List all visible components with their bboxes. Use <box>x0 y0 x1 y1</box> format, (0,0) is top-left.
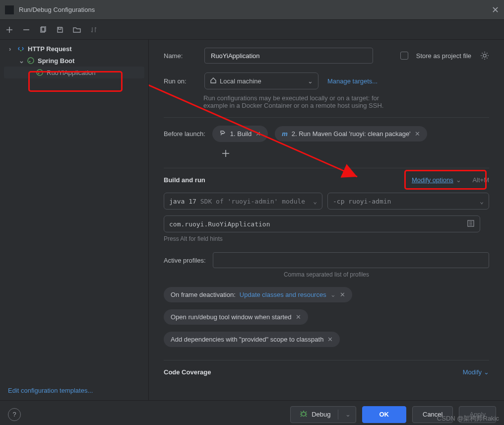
close-icon[interactable]: ✕ <box>492 4 499 15</box>
runon-desc1: Run configurations may be executed local… <box>203 94 489 102</box>
chevron-down-icon: ⌄ <box>19 57 24 65</box>
task-build-label: 1. Build <box>230 130 252 138</box>
profiles-hint: Comma separated list of profiles <box>164 271 489 278</box>
manage-targets-link[interactable]: Manage targets... <box>327 77 378 85</box>
sdk-dropdown[interactable]: java 17 SDK of 'ruoyi-admin' module ⌄ <box>164 193 322 210</box>
body: › HTTP Request ⌄ Spring Boot RuoYiApplic… <box>0 40 504 400</box>
runon-value: Local machine <box>220 77 261 85</box>
debug-label: Debug <box>312 411 330 418</box>
add-before-task[interactable] <box>221 149 232 160</box>
chevron-down-icon: ⌄ <box>456 176 461 184</box>
main-panel: Name: Store as project file Run on: Loca… <box>149 40 504 400</box>
profiles-field[interactable] <box>213 252 489 268</box>
before-launch-label: Before launch: <box>164 130 205 138</box>
apply-button[interactable]: Apply <box>459 406 496 423</box>
classpath-dropdown[interactable]: -cp ruoyi-admin ⌄ <box>327 193 489 210</box>
remove-opt-frame[interactable]: ✕ <box>340 291 345 298</box>
hammer-icon <box>219 130 226 138</box>
edit-templates-link[interactable]: Edit configuration templates... <box>8 387 93 394</box>
tree-label-http: HTTP Request <box>28 45 72 53</box>
opt-frame-deactivation[interactable]: On frame deactivation: Update classes an… <box>164 287 352 302</box>
expand-icon[interactable] <box>467 219 475 229</box>
profiles-row: Active profiles: <box>164 252 489 268</box>
store-label: Store as project file <box>416 52 471 60</box>
svg-point-10 <box>302 412 306 416</box>
name-label: Name: <box>164 52 199 60</box>
svg-point-6 <box>38 73 40 74</box>
name-input[interactable] <box>210 52 368 60</box>
chevron-right-icon: › <box>9 45 14 53</box>
before-launch-row: Before launch: 1. Build ✕ m 2. Run Maven… <box>164 126 489 142</box>
build-run-header-row: Build and run Modify options ⌄ Alt+M <box>164 176 489 184</box>
remove-icon[interactable] <box>22 25 31 34</box>
runon-dropdown[interactable]: Local machine ⌄ <box>204 72 318 89</box>
store-checkbox[interactable] <box>400 52 408 60</box>
chevron-down-icon: ⌄ <box>308 77 313 85</box>
tree-label-app: RuoYiApplication <box>47 69 96 76</box>
ok-button[interactable]: OK <box>362 406 407 423</box>
modify-shortcut: Alt+M <box>472 176 489 184</box>
sort-icon[interactable] <box>89 25 98 34</box>
opt-open-tool-window[interactable]: Open run/debug tool window when started … <box>164 309 308 325</box>
open-tool-label: Open run/debug tool window when started <box>171 313 292 321</box>
svg-point-2 <box>20 50 21 51</box>
before-task-build[interactable]: 1. Build ✕ <box>212 126 268 142</box>
main-class-field[interactable]: com.ruoyi.RuoYiApplication <box>164 215 480 232</box>
http-icon <box>17 45 25 53</box>
svg-point-8 <box>483 54 486 57</box>
opt-provided-scope[interactable]: Add dependencies with "provided" scope t… <box>164 332 340 347</box>
remove-opt-open-tool[interactable]: ✕ <box>296 313 301 321</box>
before-task-maven[interactable]: m 2. Run Maven Goal 'ruoyi: clean packag… <box>275 126 427 142</box>
home-icon <box>210 77 217 85</box>
sdk-suffix: SDK of 'ruoyi-admin' module <box>200 198 305 205</box>
main-class-value: com.ruoyi.RuoYiApplication <box>169 220 270 228</box>
modify-options-link[interactable]: Modify options <box>412 176 453 184</box>
options-list: On frame deactivation: Update classes an… <box>164 287 489 347</box>
folder-icon[interactable] <box>72 25 81 34</box>
gear-icon[interactable] <box>480 51 489 60</box>
provided-label: Add dependencies with "provided" scope t… <box>171 336 323 343</box>
dialog-title: Run/Debug Configurations <box>19 6 95 13</box>
copy-icon[interactable] <box>39 25 48 34</box>
tree-label-spring: Spring Boot <box>38 57 74 65</box>
classpath-value: -cp ruoyi-admin <box>333 198 391 205</box>
profiles-label: Active profiles: <box>164 257 206 264</box>
remove-task-maven[interactable]: ✕ <box>415 130 420 138</box>
frame-value[interactable]: Update classes and resources <box>240 291 326 298</box>
config-toolbar <box>0 20 504 40</box>
frame-label: On frame deactivation: <box>171 291 236 298</box>
field-hint: Press Alt for field hints <box>164 235 489 242</box>
profiles-input[interactable] <box>218 256 484 265</box>
tree-item-spring[interactable]: ⌄ Spring Boot <box>2 55 146 67</box>
spring-app-icon <box>36 69 44 76</box>
chevron-down-icon: ⌄ <box>480 198 484 205</box>
separator <box>164 117 489 118</box>
apply-label: Apply <box>469 411 486 418</box>
remove-opt-provided[interactable]: ✕ <box>327 336 333 343</box>
save-icon[interactable] <box>56 25 64 34</box>
chevron-down-icon: ⌄ <box>330 291 336 298</box>
name-field[interactable] <box>204 48 373 64</box>
spring-icon <box>27 57 35 65</box>
tree-item-app[interactable]: RuoYiApplication <box>4 67 144 78</box>
chevron-down-icon: ⌄ <box>484 368 489 376</box>
task-maven-label: 2. Run Maven Goal 'ruoyi: clean package' <box>292 130 411 138</box>
remove-task-build[interactable]: ✕ <box>255 130 261 138</box>
help-button[interactable]: ? <box>8 408 21 421</box>
svg-point-3 <box>28 58 34 64</box>
add-icon[interactable] <box>5 25 14 34</box>
debug-button[interactable]: Debug ⌄ <box>290 406 356 423</box>
chevron-down-icon[interactable]: ⌄ <box>345 411 351 418</box>
runon-label: Run on: <box>164 77 199 85</box>
separator2 <box>164 168 489 168</box>
runon-row: Run on: Local machine ⌄ Manage targets..… <box>164 72 489 89</box>
runon-desc: Run configurations may be executed local… <box>203 94 489 109</box>
footer: ? Debug ⌄ OK Cancel Apply <box>0 400 504 425</box>
coverage-modify-link[interactable]: Modify ⌄ <box>463 368 489 376</box>
cancel-button[interactable]: Cancel <box>412 406 453 423</box>
name-row: Name: Store as project file <box>164 48 489 64</box>
tree-item-http[interactable]: › HTTP Request <box>2 43 146 55</box>
cancel-label: Cancel <box>423 411 442 418</box>
ok-label: OK <box>379 411 389 418</box>
sdk-row: java 17 SDK of 'ruoyi-admin' module ⌄ -c… <box>164 193 489 210</box>
